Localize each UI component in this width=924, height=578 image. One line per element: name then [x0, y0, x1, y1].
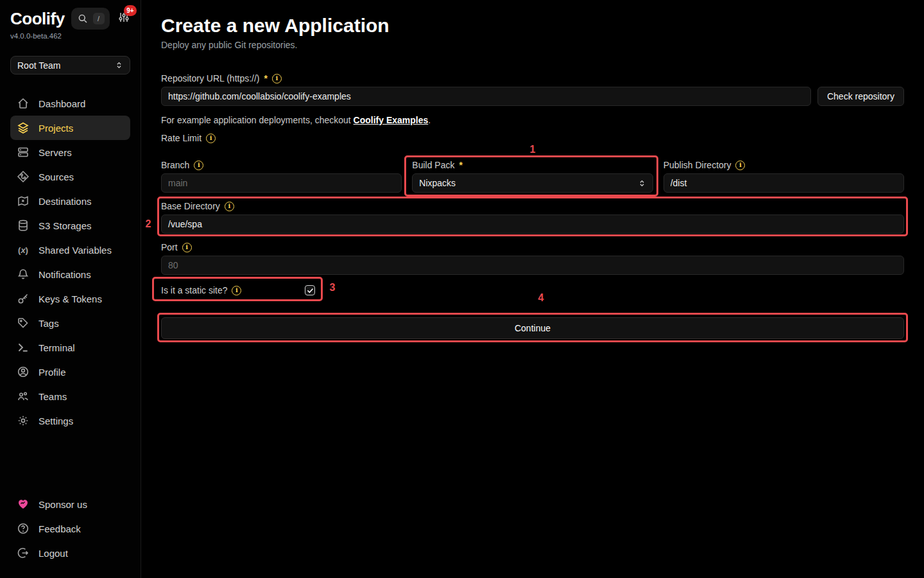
sidebar-item-label: Dashboard: [38, 98, 85, 109]
info-icon[interactable]: i: [272, 74, 282, 83]
repository-url-label: Repository URL (https://) * i: [161, 72, 904, 85]
page-subtitle: Deploy any public Git repositories.: [161, 39, 904, 51]
notification-count-badge: 9+: [124, 5, 136, 16]
coolify-examples-link[interactable]: Coolify Examples: [354, 115, 429, 125]
required-asterisk: *: [459, 159, 462, 171]
sidebar-item-label: Tags: [38, 318, 59, 329]
sidebar-item-label: Notifications: [38, 269, 91, 280]
sidebar-item-label: S3 Storages: [38, 220, 92, 231]
team-select[interactable]: Root Team: [10, 56, 130, 74]
sidebar-item-terminal[interactable]: Terminal: [10, 335, 130, 360]
git-icon: [17, 170, 30, 183]
rate-limit-label: Rate Limit i: [161, 132, 904, 144]
build-pack-select[interactable]: Nixpacks: [412, 173, 653, 193]
server-icon: [17, 146, 30, 159]
example-help-text: For example application deployments, che…: [161, 114, 904, 126]
sidebar-item-servers[interactable]: Servers: [10, 140, 130, 164]
sidebar-item-projects[interactable]: Projects: [10, 116, 130, 140]
sidebar-item-label: Projects: [38, 123, 73, 134]
branch-label: Branch i: [161, 159, 402, 171]
sidebar-item-label: Sponsor us: [38, 499, 87, 510]
gear-icon: [17, 414, 30, 427]
sidebar-item-s3-storages[interactable]: S3 Storages: [10, 213, 130, 238]
sidebar-item-label: Shared Variables: [38, 245, 112, 256]
build-pack-label: Build Pack *: [412, 159, 653, 171]
sidebar-item-label: Keys & Tokens: [38, 293, 102, 304]
info-icon[interactable]: i: [182, 243, 192, 252]
base-directory-label: Base Directory i: [161, 200, 904, 213]
sidebar-item-shared-variables[interactable]: (x) Shared Variables: [10, 238, 130, 262]
help-text-prefix: For example application deployments, che…: [161, 115, 354, 125]
tag-icon: [17, 317, 30, 329]
branch-field: Branch i: [161, 159, 402, 193]
sidebar-item-dashboard[interactable]: Dashboard: [10, 91, 130, 116]
search-icon: [78, 13, 88, 24]
sidebar-item-destinations[interactable]: Destinations: [10, 189, 130, 213]
sidebar-item-teams[interactable]: Teams: [10, 384, 130, 408]
notifications-filter-button[interactable]: 9+: [117, 11, 130, 26]
publish-directory-label: Publish Directory i: [663, 159, 904, 171]
sidebar-item-label: Logout: [38, 548, 68, 559]
info-icon[interactable]: i: [735, 161, 745, 170]
main-content: Create a new Application Deploy any publ…: [141, 0, 924, 578]
page-title: Create a new Application: [161, 14, 904, 37]
publish-directory-label-text: Publish Directory: [663, 159, 732, 171]
search-button[interactable]: /: [71, 8, 110, 30]
repository-url-label-text: Repository URL (https://): [161, 72, 260, 85]
repository-url-input[interactable]: [161, 87, 811, 106]
info-icon[interactable]: i: [194, 161, 203, 170]
sidebar-item-label: Feedback: [38, 523, 81, 534]
chevron-up-down-icon: [115, 61, 123, 69]
help-text-suffix: .: [428, 115, 431, 125]
key-icon: [17, 292, 30, 305]
port-label: Port i: [161, 241, 904, 254]
info-icon[interactable]: i: [232, 286, 241, 295]
sidebar-item-label: Profile: [38, 367, 66, 378]
publish-directory-input[interactable]: [663, 173, 904, 193]
port-field: Port i: [161, 241, 904, 275]
user-circle-icon: [17, 365, 30, 378]
port-input[interactable]: [161, 256, 904, 275]
static-site-field: Is it a static site? i: [161, 281, 904, 300]
sidebar-item-label: Teams: [38, 391, 67, 402]
slash-keycap: /: [93, 13, 105, 24]
static-site-checkbox[interactable]: [305, 285, 315, 295]
question-circle-icon: [17, 522, 30, 535]
sidebar-item-logout[interactable]: Logout: [10, 541, 130, 565]
info-icon[interactable]: i: [206, 134, 216, 143]
port-label-text: Port: [161, 241, 178, 254]
sidebar-bottom-nav: Sponsor us Feedback Logout: [10, 492, 130, 565]
publish-directory-field: Publish Directory i: [663, 159, 904, 193]
base-directory-input[interactable]: [161, 215, 904, 234]
map-icon: [17, 195, 30, 207]
info-icon[interactable]: i: [225, 202, 234, 211]
terminal-icon: [17, 341, 30, 354]
sidebar-item-notifications[interactable]: Notifications: [10, 262, 130, 286]
team-select-value: Root Team: [17, 60, 60, 71]
sidebar-item-sources[interactable]: Sources: [10, 164, 130, 189]
app-logo: Coolify: [10, 9, 65, 29]
required-asterisk: *: [264, 72, 268, 85]
sidebar-item-feedback[interactable]: Feedback: [10, 516, 130, 541]
sidebar-item-label: Destinations: [38, 196, 92, 207]
continue-button[interactable]: Continue: [161, 317, 904, 339]
app-version: v4.0.0-beta.462: [10, 32, 130, 40]
bell-icon: [17, 268, 30, 281]
base-directory-label-text: Base Directory: [161, 200, 220, 213]
static-site-label: Is it a static site? i: [161, 284, 241, 297]
sidebar-item-tags[interactable]: Tags: [10, 311, 130, 335]
sidebar-item-sponsor-us[interactable]: Sponsor us: [10, 492, 130, 516]
build-pack-field: Build Pack * Nixpacks: [412, 159, 653, 193]
check-repository-button[interactable]: Check repository: [817, 87, 904, 106]
sidebar-item-keys-tokens[interactable]: Keys & Tokens: [10, 286, 130, 311]
sidebar-item-profile[interactable]: Profile: [10, 360, 130, 384]
sidebar-item-label: Servers: [38, 147, 72, 158]
branch-input[interactable]: [161, 173, 402, 193]
sidebar-item-label: Settings: [38, 416, 73, 426]
heart-icon: [17, 498, 30, 511]
sidebar-item-settings[interactable]: Settings: [10, 408, 130, 433]
database-icon: [17, 219, 30, 232]
rate-limit-label-text: Rate Limit: [161, 132, 201, 144]
sidebar-item-label: Terminal: [38, 342, 75, 353]
sidebar-item-label: Sources: [38, 171, 74, 182]
